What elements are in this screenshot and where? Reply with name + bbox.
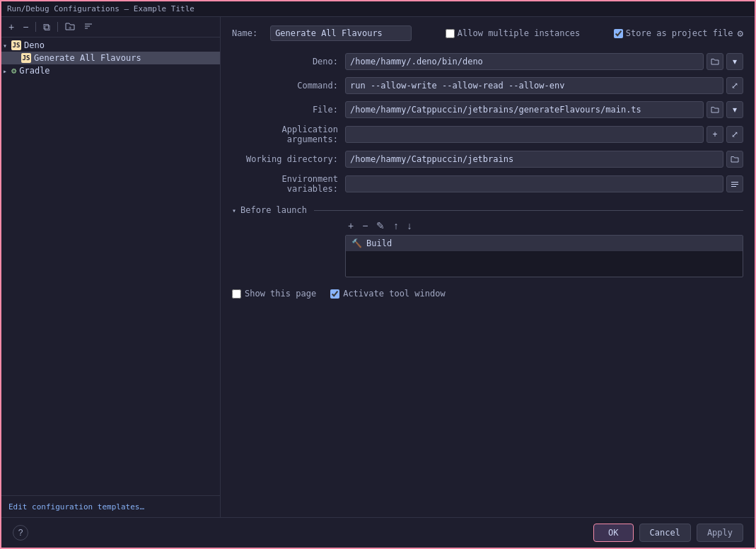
js-icon: JS: [11, 40, 21, 50]
activate-tool-window-label[interactable]: Activate tool window: [330, 289, 446, 299]
before-launch-section: ▾ Before launch + − ✎ ↑ ↓ 🔨 Build: [232, 205, 743, 277]
app-args-label: Application arguments:: [232, 125, 345, 144]
apply-button[interactable]: Apply: [697, 524, 743, 542]
sidebar: + − ⧉ +: [1, 17, 221, 517]
app-args-expand-button[interactable]: ⤢: [726, 126, 743, 143]
cancel-button[interactable]: Cancel: [639, 524, 691, 542]
app-args-input[interactable]: [345, 126, 704, 143]
chevron-down-icon: ▾: [1, 42, 8, 50]
chevron-down-icon: ▾: [232, 207, 236, 214]
gear-icon[interactable]: ⚙: [738, 28, 743, 39]
working-dir-label: Working directory:: [232, 154, 345, 164]
svg-rect-1: [731, 182, 738, 183]
svg-rect-3: [731, 186, 736, 187]
deno-input[interactable]: [345, 53, 704, 70]
remove-config-button[interactable]: −: [20, 21, 31, 33]
edit-templates-link[interactable]: Edit configuration templates…: [8, 502, 144, 512]
folder-config-button[interactable]: +: [62, 20, 78, 34]
config-header: Name: Allow multiple instances Store as …: [232, 25, 743, 41]
deno-folder-button[interactable]: [706, 53, 723, 70]
launch-up-button[interactable]: ↑: [390, 219, 401, 232]
help-button[interactable]: ?: [13, 525, 28, 541]
build-icon: 🔨: [351, 238, 362, 248]
before-launch-header[interactable]: ▾ Before launch: [232, 205, 743, 215]
launch-item-label: Build: [366, 238, 392, 248]
js-icon: JS: [21, 53, 31, 63]
store-as-project-group: Store as project file ⚙: [614, 28, 743, 39]
show-this-page-checkbox[interactable]: [232, 289, 241, 299]
footer-right: OK Cancel Apply: [593, 524, 743, 542]
command-field-row: Command: ⤢: [232, 76, 743, 95]
deno-field: ▾: [345, 53, 743, 70]
config-panel: Name: Allow multiple instances Store as …: [221, 17, 755, 517]
footer-left: ?: [13, 525, 28, 541]
main-content: + − ⧉ +: [1, 17, 755, 517]
launch-toolbar: + − ✎ ↑ ↓: [232, 219, 743, 232]
sort-config-button[interactable]: [81, 20, 96, 34]
sidebar-group-deno-label: Deno: [24, 40, 45, 50]
sidebar-group-gradle-label: Gradle: [19, 66, 50, 76]
env-vars-field: [345, 175, 743, 192]
name-input[interactable]: [270, 25, 412, 41]
svg-text:+: +: [69, 25, 72, 31]
title-bar: Run/Debug Configurations — Example Title: [1, 1, 755, 17]
app-args-field-row: Application arguments: + ⤢: [232, 125, 743, 144]
file-folder-button[interactable]: [706, 101, 723, 118]
file-input[interactable]: [345, 101, 704, 118]
add-config-button[interactable]: +: [6, 21, 17, 33]
launch-add-button[interactable]: +: [345, 219, 356, 232]
sidebar-item-gradle-group[interactable]: ▸ ⚙ Gradle: [1, 64, 220, 77]
env-vars-label: Environment variables:: [232, 174, 345, 194]
working-dir-input[interactable]: [345, 151, 723, 168]
before-launch-title: Before launch: [240, 205, 307, 215]
launch-down-button[interactable]: ↓: [404, 219, 414, 232]
working-dir-field: [345, 151, 743, 168]
app-args-add-button[interactable]: +: [706, 126, 723, 143]
working-dir-field-row: Working directory:: [232, 150, 743, 168]
deno-dropdown-button[interactable]: ▾: [726, 53, 743, 70]
allow-multiple-checkbox[interactable]: [446, 29, 455, 38]
bottom-checkboxes: Show this page Activate tool window: [232, 289, 743, 299]
store-as-project-label[interactable]: Store as project file: [614, 28, 733, 38]
sidebar-item-deno-group[interactable]: ▾ JS Deno: [1, 39, 220, 52]
working-dir-folder-button[interactable]: [726, 151, 743, 168]
dialog-footer: ? OK Cancel Apply: [1, 517, 755, 548]
deno-field-row: Deno: ▾: [232, 52, 743, 71]
command-field: ⤢: [345, 77, 743, 94]
svg-rect-2: [731, 184, 738, 185]
name-label: Name:: [232, 28, 262, 38]
app-args-field: + ⤢: [345, 126, 743, 143]
launch-list: 🔨 Build: [345, 235, 743, 277]
sidebar-toolbar: + − ⧉ +: [1, 17, 220, 37]
activate-tool-window-checkbox[interactable]: [330, 289, 339, 299]
file-label: File:: [232, 105, 345, 115]
env-vars-edit-button[interactable]: [726, 175, 743, 192]
sidebar-item-generate-label: Generate All Flavours: [34, 53, 141, 63]
launch-remove-button[interactable]: −: [359, 219, 371, 232]
sidebar-list: ▾ JS Deno JS Generate All Flavours ▸ ⚙ G…: [1, 37, 220, 495]
file-field: ▾: [345, 101, 743, 118]
allow-multiple-label[interactable]: Allow multiple instances: [446, 28, 580, 38]
allow-multiple-group: Allow multiple instances: [446, 28, 580, 38]
sidebar-item-generate-all-flavours[interactable]: JS Generate All Flavours: [1, 52, 220, 64]
file-dropdown-button[interactable]: ▾: [726, 101, 743, 118]
launch-list-item[interactable]: 🔨 Build: [346, 236, 743, 251]
toolbar-separator: [35, 22, 36, 32]
toolbar-separator-2: [57, 22, 58, 32]
command-label: Command:: [232, 81, 345, 91]
command-expand-button[interactable]: ⤢: [726, 77, 743, 94]
file-field-row: File: ▾: [232, 100, 743, 119]
show-this-page-label[interactable]: Show this page: [232, 289, 316, 299]
command-input[interactable]: [345, 77, 723, 94]
sidebar-footer: Edit configuration templates…: [1, 495, 220, 517]
copy-config-button[interactable]: ⧉: [40, 21, 53, 33]
launch-edit-button[interactable]: ✎: [373, 219, 388, 232]
deno-label: Deno:: [232, 57, 345, 67]
env-vars-field-row: Environment variables:: [232, 174, 743, 194]
ok-button[interactable]: OK: [593, 524, 633, 542]
store-as-project-checkbox[interactable]: [614, 29, 623, 38]
env-vars-input[interactable]: [345, 175, 723, 192]
chevron-right-icon: ▸: [1, 67, 8, 75]
gradle-icon: ⚙: [11, 66, 16, 76]
run-debug-dialog: Run/Debug Configurations — Example Title…: [0, 0, 756, 549]
